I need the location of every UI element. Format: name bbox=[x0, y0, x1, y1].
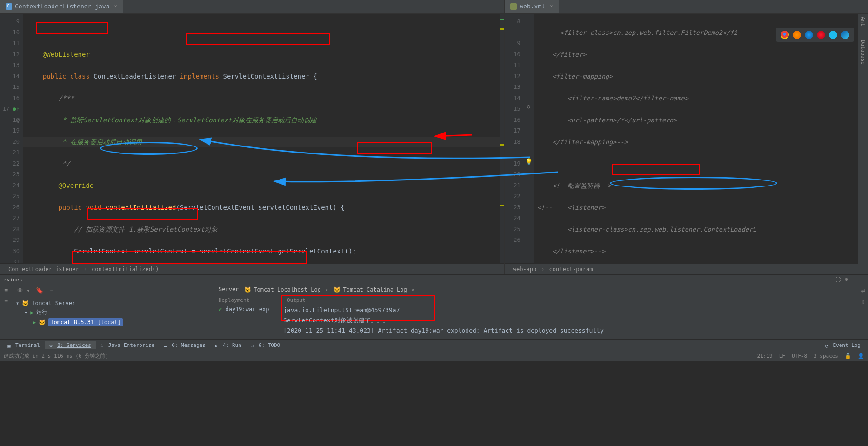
breadcrumb-item[interactable]: web-app bbox=[513, 266, 537, 273]
close-icon[interactable]: × bbox=[550, 3, 553, 9]
marker-gutter: ⊖ 💡 bbox=[524, 14, 534, 263]
tab-label: web.xml bbox=[520, 3, 545, 10]
filter-icon[interactable]: ▾ bbox=[24, 286, 33, 295]
tab-messages[interactable]: ≡0: Messages bbox=[159, 341, 210, 349]
chevron-right-icon: › bbox=[541, 266, 544, 273]
code-text[interactable]: <filter-class>cn.zep.web.filter.FilterDe… bbox=[534, 14, 868, 263]
status-bar: 建成功完成 in 2 s 116 ms (6 分钟之前) 21:19 LF UT… bbox=[0, 351, 868, 361]
panel-title: rvices bbox=[4, 277, 22, 283]
database-tool-button[interactable]: Database bbox=[860, 40, 866, 65]
tab-java-file[interactable]: ContextLoaderListener.java × bbox=[0, 0, 123, 13]
close-icon[interactable]: × bbox=[114, 3, 118, 9]
opera-icon[interactable] bbox=[817, 31, 825, 39]
caret-position[interactable]: 21:19 bbox=[757, 353, 773, 359]
more-icon[interactable]: ↕ bbox=[859, 297, 868, 306]
add-icon[interactable]: ＋ bbox=[47, 286, 56, 295]
show-icon[interactable]: 👁 bbox=[16, 286, 24, 295]
chevron-right-icon: › bbox=[84, 266, 87, 273]
tab-services[interactable]: ⚙8: Services bbox=[45, 341, 96, 349]
tab-localhost-log[interactable]: 🐱Tomcat Localhost Log× bbox=[244, 286, 328, 293]
collapse-tree-icon[interactable]: ≡ bbox=[2, 296, 11, 305]
inspector-icon[interactable]: 👤 bbox=[858, 353, 864, 359]
code-area[interactable]: 91011 121314 151617 ●↑ @ 181920 212223 2… bbox=[0, 14, 504, 263]
console-output[interactable]: java.io.FileInputStream@459739a7 Servlet… bbox=[281, 303, 851, 338]
breadcrumb-item[interactable]: ContextLoaderListener bbox=[8, 266, 79, 273]
expand-icon[interactable]: ⛶ bbox=[834, 275, 842, 284]
scroll-strip[interactable] bbox=[500, 14, 504, 263]
lock-icon[interactable]: 🔓 bbox=[845, 353, 851, 359]
line-separator[interactable]: LF bbox=[779, 353, 785, 359]
safari-icon[interactable] bbox=[805, 31, 813, 39]
xml-file-icon bbox=[510, 3, 517, 10]
expand-tree-icon[interactable]: ≡ bbox=[2, 286, 11, 294]
breadcrumb-bar: ContextLoaderListener › contextInitializ… bbox=[0, 263, 504, 274]
bookmark-icon[interactable]: 🔖 bbox=[35, 286, 44, 295]
java-class-icon bbox=[6, 3, 12, 10]
breadcrumb-item[interactable]: context-param bbox=[549, 266, 593, 273]
hide-icon[interactable]: — bbox=[854, 276, 861, 283]
edge-icon[interactable] bbox=[841, 31, 849, 39]
editor-split: 91011 121314 151617 ●↑ @ 181920 212223 2… bbox=[0, 14, 868, 274]
tab-terminal[interactable]: ▣Terminal bbox=[3, 341, 45, 349]
tab-java-enterprise[interactable]: ☕Java Enterprise bbox=[96, 341, 159, 349]
ie-icon[interactable] bbox=[829, 31, 837, 39]
services-tabs: Server 🐱Tomcat Localhost Log× 🐱Tomcat Ca… bbox=[213, 284, 857, 295]
tab-server[interactable]: Server bbox=[219, 286, 239, 293]
right-editor: 8 91011 121314 151617 1819 202122 232425… bbox=[505, 14, 868, 274]
code-text[interactable]: @WebListener public class ContextLoaderL… bbox=[23, 14, 504, 263]
tab-run[interactable]: ▶4: Run bbox=[210, 341, 246, 349]
settings-icon[interactable]: ⇄ bbox=[859, 286, 868, 294]
tab-label: ContextLoaderListener.java bbox=[15, 3, 110, 10]
browser-preview-toolbar bbox=[776, 28, 854, 42]
services-tree[interactable]: ▾🐱Tomcat Server ▾▶运行 ▶🐱Tomcat 8.5.31 [lo… bbox=[13, 297, 213, 329]
breadcrumb-item[interactable]: contextInitialized() bbox=[92, 266, 159, 273]
line-gutter: 91011 121314 151617 ●↑ @ 181920 212223 2… bbox=[0, 14, 23, 263]
services-panel: rvices ⛶ ⚙ — ≡ ≡ 👁 ▾ 🔖 ＋ ▾🐱Tomcat Server… bbox=[0, 274, 868, 339]
right-tool-stripe: Ant Database bbox=[858, 14, 868, 274]
check-icon: ✔ bbox=[219, 306, 222, 313]
deployment-label: Deployment bbox=[219, 297, 272, 303]
services-left-toolbar: ≡ ≡ bbox=[0, 284, 13, 339]
deployment-item[interactable]: day19:war exp bbox=[225, 306, 269, 313]
line-gutter: 8 91011 121314 151617 1819 202122 232425… bbox=[505, 14, 524, 263]
file-encoding[interactable]: UTF-8 bbox=[792, 353, 807, 359]
tab-xml-file[interactable]: web.xml × bbox=[505, 0, 558, 13]
tab-catalina-log[interactable]: 🐱Tomcat Catalina Log× bbox=[334, 286, 414, 293]
indent-setting[interactable]: 3 spaces bbox=[814, 353, 838, 359]
left-editor: 91011 121314 151617 ●↑ @ 181920 212223 2… bbox=[0, 14, 505, 274]
code-area[interactable]: 8 91011 121314 151617 1819 202122 232425… bbox=[505, 14, 868, 263]
firefox-icon[interactable] bbox=[793, 31, 801, 39]
breadcrumb-bar: web-app › context-param bbox=[505, 263, 868, 274]
status-message: 建成功完成 in 2 s 116 ms (6 分钟之前) bbox=[4, 353, 757, 359]
editor-tabs-bar: ContextLoaderListener.java × web.xml × bbox=[0, 0, 868, 14]
bottom-tool-bar: ▣Terminal ⚙8: Services ☕Java Enterprise … bbox=[0, 339, 868, 351]
output-label: Output bbox=[281, 297, 851, 303]
tab-todo[interactable]: ☑6: TODO bbox=[246, 341, 285, 349]
gear-icon[interactable]: ⚙ bbox=[845, 276, 851, 283]
chrome-icon[interactable] bbox=[781, 31, 789, 39]
tab-event-log[interactable]: ◔Event Log bbox=[820, 341, 865, 349]
ant-tool-button[interactable]: Ant bbox=[860, 17, 866, 26]
